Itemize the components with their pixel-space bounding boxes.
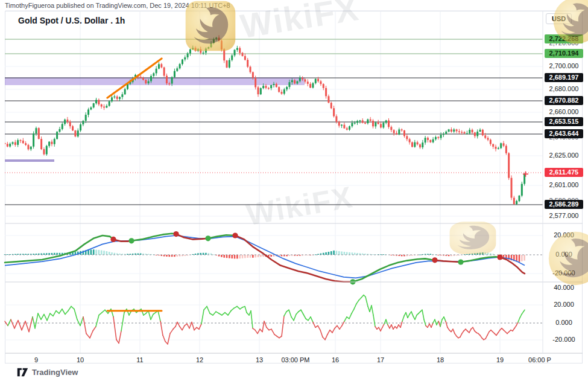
tradingview-logo-icon: [17, 367, 28, 377]
price-axis-label: 2,660.000: [545, 107, 583, 117]
candlestick-series: [4, 35, 526, 205]
price-axis-label: 2,710.194: [545, 49, 583, 58]
price-axis-label: 2,643.644: [545, 129, 583, 138]
price-axis-label: 2,689.197: [545, 73, 583, 82]
price-axis-label: 2,670.882: [545, 96, 583, 105]
macd-axis-label: 0.000: [545, 251, 583, 258]
price-axis-label: 2,680.000: [545, 85, 583, 94]
time-axis-label: 03:00 PM: [281, 356, 309, 363]
macd-signal-line: [5, 235, 525, 278]
supply-zone: [5, 77, 305, 85]
oscillator-axis-label: 20.000: [545, 301, 583, 308]
time-axis-label: 11: [136, 356, 143, 363]
price-axis-label: 2,700.000: [545, 62, 583, 71]
price-axis-label: 2,653.515: [545, 117, 583, 126]
macd-signal-dots: [110, 231, 502, 284]
time-axis-label: 18: [437, 356, 444, 363]
tradingview-snapshot-page: { "header": { "attribution": "TimothyFig…: [0, 0, 588, 381]
tradingview-attribution[interactable]: TradingView: [17, 367, 78, 377]
time-axis-label: 06:00 P: [528, 356, 551, 363]
oscillator-axis-label: -20.000: [545, 336, 583, 343]
macd-axis-label: -20.000: [545, 269, 583, 277]
oscillator-line: [5, 295, 525, 344]
price-axis-label: 2,722.268: [545, 34, 583, 43]
symbol-title: Gold Spot / U.S. Dollar . 1h: [18, 16, 125, 25]
macd-axis-label: 20.000: [545, 231, 583, 239]
oscillator-axis-label: 40.000: [545, 284, 583, 291]
gridlines: [5, 11, 543, 353]
price-axis-label: 2,601.000: [545, 181, 583, 190]
time-axis-label: 9: [34, 356, 38, 363]
time-axis-label: 19: [496, 356, 504, 363]
tradingview-brand-name: TradingView: [32, 368, 78, 377]
currency-label: USD: [546, 13, 572, 24]
macd-histogram: [4, 249, 525, 262]
time-axis-label: 17: [377, 356, 384, 363]
price-axis-label: 2,577.000: [545, 211, 583, 220]
price-axis-label: 2,625.000: [545, 151, 583, 160]
time-axis-label: 13: [256, 356, 263, 363]
price-axis-label: 2,611.475: [545, 168, 583, 177]
chart-canvas[interactable]: [0, 0, 588, 381]
time-axis-label: 16: [332, 356, 339, 363]
pane-separators: [5, 11, 583, 353]
time-axis-label: 10: [77, 356, 84, 363]
macd-main-line: [5, 234, 525, 282]
price-axis-label: 2,586.289: [545, 200, 583, 209]
time-axis-label: 12: [196, 356, 203, 363]
oscillator-axis-label: 0.000: [545, 319, 583, 326]
